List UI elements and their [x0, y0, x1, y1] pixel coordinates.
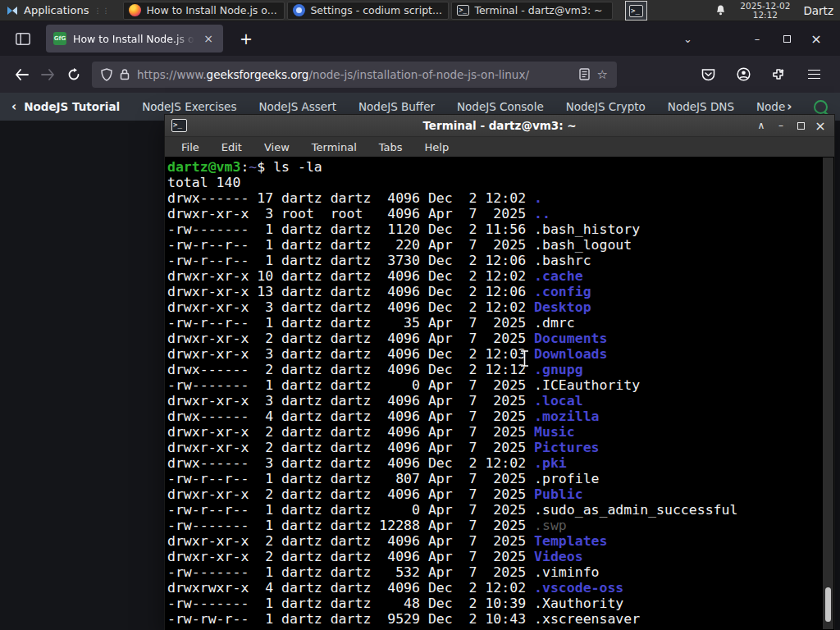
notification-bell-icon[interactable]	[714, 4, 727, 16]
taskbar-window-button[interactable]: Settings - codium script...	[287, 2, 449, 20]
subnav-link[interactable]: NodeJS Buffer	[358, 100, 435, 113]
subnav-more-label: Node	[756, 100, 785, 113]
taskbar-window-label: Terminal - dartz@vm3: ~	[474, 4, 602, 16]
firefox-view-button[interactable]	[11, 27, 34, 50]
listing-name: Music	[534, 424, 575, 440]
url-text[interactable]: https://www.geeksforgeeks.org/node-js/in…	[137, 68, 572, 81]
listing-name: .cache	[534, 268, 583, 284]
listing-name: Desktop	[534, 299, 591, 315]
applications-menu-button[interactable]: Applications ⋮⋮	[0, 0, 120, 21]
browser-minimize-button[interactable]: –	[746, 28, 768, 49]
tab-close-button[interactable]: ×	[201, 31, 216, 46]
terminal-menu-edit[interactable]: Edit	[221, 141, 242, 153]
taskbar-window-button[interactable]: How to Install Node.js o...	[123, 2, 285, 20]
terminal-scrollbar[interactable]	[823, 158, 833, 629]
listing-name: .profile	[534, 471, 599, 486]
listing-name: .local	[534, 393, 583, 409]
browser-tab-active[interactable]: GfG How to Install Node.js on ×	[46, 25, 223, 52]
prompt-command: $ ls -la	[257, 159, 322, 175]
terminal-menu-help[interactable]: Help	[425, 141, 450, 153]
subnav-link[interactable]: NodeJS Crypto	[566, 100, 646, 113]
terminal-shade-button[interactable]: ∧	[754, 118, 769, 133]
terminal-minimize-button[interactable]: –	[774, 118, 788, 133]
listing-name: .Xauthority	[534, 596, 623, 611]
subnav-link[interactable]: NodeJS Console	[457, 100, 544, 113]
listing-meta: -rw------- 1 dartz dartz 12288 Apr 7 202…	[167, 518, 534, 533]
terminal-listing-row: drwxrwxr-x 4 dartz dartz 4096 Dec 2 12:0…	[167, 580, 821, 596]
subnav-back-link[interactable]: ‹ NodeJS Tutorial	[11, 99, 120, 114]
listing-name: .sudo_as_admin_successful	[534, 502, 737, 518]
extensions-icon[interactable]	[765, 62, 792, 87]
subnav-link[interactable]: NodeJS DNS	[668, 100, 734, 113]
terminal-listing-row: drwxr-xr-x 10 dartz dartz 4096 Dec 2 12:…	[167, 268, 821, 284]
bookmark-star-icon[interactable]: ☆	[597, 67, 608, 82]
terminal-listing-row: -rw------- 1 dartz dartz 48 Dec 2 10:39 …	[167, 596, 821, 611]
terminal-listing-row: -rw-r--r-- 1 dartz dartz 35 Apr 7 2025 .…	[167, 315, 821, 331]
listing-meta: -rw------- 1 dartz dartz 532 Apr 7 2025	[167, 564, 534, 580]
listing-meta: drwxr-xr-x 10 dartz dartz 4096 Dec 2 12:…	[167, 268, 534, 284]
panel-clock[interactable]: 2025-12-02 12:12	[740, 2, 790, 20]
listing-meta: drwxr-xr-x 2 dartz dartz 4096 Apr 7 2025	[167, 440, 534, 455]
terminal-listing-row: -rw-r--r-- 1 dartz dartz 220 Apr 7 2025 …	[167, 237, 821, 253]
url-path: /node-js/installation-of-node-js-on-linu…	[308, 68, 529, 81]
account-icon[interactable]	[730, 62, 756, 87]
terminal-listing-row: -rw-r--r-- 1 dartz dartz 0 Apr 7 2025 .s…	[167, 502, 821, 518]
listing-name: .bash_logout	[534, 237, 632, 253]
clock-date: 2025-12-02	[740, 2, 790, 11]
terminal-listing-row: drwxr-xr-x 2 dartz dartz 4096 Apr 7 2025…	[167, 486, 821, 502]
listing-name: .vscode-oss	[534, 580, 623, 596]
terminal-listing-row: drwxr-xr-x 2 dartz dartz 4096 Apr 7 2025…	[167, 331, 821, 346]
session-user-menu[interactable]: Dartz	[803, 4, 833, 17]
browser-close-button[interactable]: ×	[806, 28, 827, 49]
subnav-link[interactable]: NodeJS Exercises	[142, 100, 236, 113]
listing-meta: drwxr-xr-x 2 dartz dartz 4096 Apr 7 2025	[167, 549, 534, 564]
listing-name: .pki	[534, 455, 567, 471]
terminal-menu-view[interactable]: View	[264, 141, 290, 153]
listing-name: ..	[534, 206, 550, 221]
terminal-menu-terminal[interactable]: Terminal	[312, 141, 357, 153]
terminal-listing-row: -rw-r--r-- 1 dartz dartz 807 Apr 7 2025 …	[167, 471, 821, 486]
terminal-menu-tabs[interactable]: Tabs	[379, 141, 403, 153]
terminal-output-area[interactable]: dartz@vm3:~$ ls -la total 140 drwx------…	[165, 157, 834, 630]
tracking-protection-shield-icon[interactable]	[101, 68, 112, 81]
terminal-scrollbar-thumb[interactable]	[825, 587, 831, 622]
terminal-listing-row: -rw------- 1 dartz dartz 12288 Apr 7 202…	[167, 518, 821, 533]
forward-button[interactable]	[34, 62, 61, 87]
url-bar[interactable]: https://www.geeksforgeeks.org/node-js/in…	[92, 62, 617, 88]
listing-meta: -rw------- 1 dartz dartz 48 Dec 2 10:39	[167, 596, 534, 611]
listing-meta: drwxr-xr-x 3 dartz dartz 4096 Dec 2 12:0…	[167, 346, 534, 362]
listing-name: .bashrc	[534, 253, 591, 268]
list-all-tabs-button[interactable]: ⌄	[675, 33, 701, 45]
reader-mode-icon[interactable]	[579, 68, 590, 80]
terminal-maximize-button[interactable]	[793, 118, 808, 133]
pocket-icon[interactable]	[695, 62, 721, 87]
taskbar-window-button[interactable]: >_Terminal - dartz@vm3: ~	[451, 2, 613, 20]
reload-button[interactable]	[61, 62, 87, 87]
back-button[interactable]	[8, 62, 34, 87]
terminal-listing-row: -rw-r--r-- 1 dartz dartz 3730 Dec 2 12:0…	[167, 253, 821, 268]
listing-meta: drwxr-xr-x 13 dartz dartz 4096 Dec 2 12:…	[167, 284, 534, 299]
app-menu-button[interactable]	[801, 62, 827, 87]
listing-meta: -rw------- 1 dartz dartz 0 Apr 7 2025	[167, 377, 534, 393]
prompt-path: ~	[249, 159, 257, 175]
new-tab-button[interactable]: +	[233, 30, 259, 48]
terminal-window: >_ Terminal - dartz@vm3: ~ ∧ – × FileEdi…	[165, 115, 834, 630]
listing-name: Downloads	[534, 346, 607, 362]
terminal-titlebar[interactable]: >_ Terminal - dartz@vm3: ~ ∧ – ×	[165, 115, 834, 137]
listing-meta: -rw-r--r-- 1 dartz dartz 0 Apr 7 2025	[167, 502, 534, 518]
subnav-more-link[interactable]: Node ›	[756, 99, 792, 114]
reload-icon	[67, 68, 80, 81]
terminal-close-button[interactable]: ×	[813, 118, 828, 133]
tray-terminal-window-button[interactable]: >_	[625, 1, 647, 21]
terminal-listing-row: drwxr-xr-x 2 dartz dartz 4096 Apr 7 2025…	[167, 549, 821, 564]
browser-tab-bar: GfG How to Install Node.js on × + ⌄ – ×	[0, 21, 840, 56]
site-search-icon[interactable]	[814, 100, 828, 114]
browser-maximize-button[interactable]	[776, 28, 797, 49]
listing-meta: -rw-r--r-- 1 dartz dartz 807 Apr 7 2025	[167, 471, 534, 486]
panel-status-area: 2025-12-02 12:12 Dartz	[714, 0, 840, 21]
subnav-link[interactable]: NodeJS Assert	[258, 100, 336, 113]
terminal-menu-file[interactable]: File	[181, 141, 199, 153]
https-lock-icon[interactable]	[120, 68, 130, 80]
subnav-links: NodeJS ExercisesNodeJS AssertNodeJS Buff…	[142, 100, 734, 113]
terminal-icon: >_	[629, 5, 643, 17]
